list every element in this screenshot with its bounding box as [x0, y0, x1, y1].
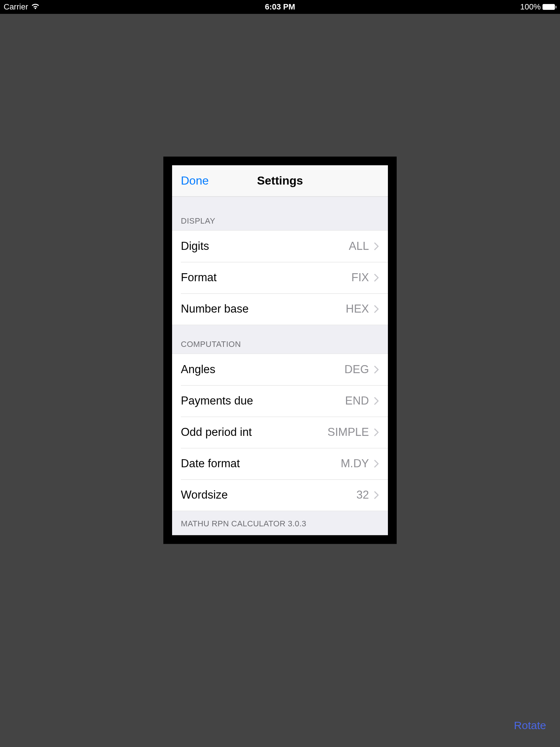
row-date-format[interactable]: Date format M.DY: [172, 448, 388, 479]
chevron-right-icon: [374, 396, 379, 405]
chevron-right-icon: [374, 365, 379, 374]
cell-value: M.DY: [341, 457, 369, 470]
cell-value: SIMPLE: [327, 426, 369, 439]
page-title: Settings: [257, 174, 303, 187]
chevron-right-icon: [374, 459, 379, 468]
status-right: 100%: [520, 2, 556, 12]
battery-percent: 100%: [520, 2, 541, 12]
chevron-right-icon: [374, 242, 379, 251]
cell-value: END: [345, 394, 369, 407]
cell-label: Digits: [181, 240, 349, 253]
rotate-button[interactable]: Rotate: [514, 719, 546, 732]
carrier-label: Carrier: [4, 2, 28, 12]
cell-label: Date format: [181, 457, 341, 470]
wifi-icon: [31, 2, 40, 12]
cell-value: 32: [357, 488, 369, 502]
row-odd-period-int[interactable]: Odd period int SIMPLE: [172, 417, 388, 448]
row-format[interactable]: Format FIX: [172, 262, 388, 293]
row-digits[interactable]: Digits ALL: [172, 231, 388, 262]
chevron-right-icon: [374, 491, 379, 499]
status-bar: Carrier 6:03 PM 100%: [0, 0, 560, 14]
cell-label: Wordsize: [181, 488, 357, 502]
done-button[interactable]: Done: [181, 174, 209, 187]
cell-value: DEG: [345, 363, 369, 376]
row-number-base[interactable]: Number base HEX: [172, 293, 388, 325]
cell-label: Odd period int: [181, 426, 327, 439]
status-left: Carrier: [4, 2, 40, 12]
nav-bar: Done Settings: [172, 165, 388, 197]
chevron-right-icon: [374, 428, 379, 437]
version-footer: MATHU RPN CALCULATOR 3.0.3: [172, 511, 388, 535]
status-time: 6:03 PM: [265, 2, 295, 12]
row-wordsize[interactable]: Wordsize 32: [172, 479, 388, 511]
computation-group: Angles DEG Payments due END Odd period i…: [172, 353, 388, 511]
cell-label: Payments due: [181, 394, 345, 407]
cell-label: Format: [181, 271, 351, 284]
row-angles[interactable]: Angles DEG: [172, 354, 388, 385]
cell-label: Angles: [181, 363, 345, 376]
settings-modal: Done Settings DISPLAY Digits ALL Format …: [163, 156, 397, 544]
chevron-right-icon: [374, 273, 379, 282]
row-payments-due[interactable]: Payments due END: [172, 385, 388, 417]
display-group: Digits ALL Format FIX Number base HEX: [172, 230, 388, 325]
cell-value: HEX: [346, 302, 369, 316]
chevron-right-icon: [374, 305, 379, 313]
section-header-display: DISPLAY: [172, 197, 388, 230]
cell-value: FIX: [351, 271, 369, 284]
battery-icon: [542, 4, 556, 10]
section-header-computation: COMPUTATION: [172, 325, 388, 353]
cell-label: Number base: [181, 302, 346, 316]
settings-panel: Done Settings DISPLAY Digits ALL Format …: [172, 165, 388, 535]
cell-value: ALL: [349, 240, 369, 253]
